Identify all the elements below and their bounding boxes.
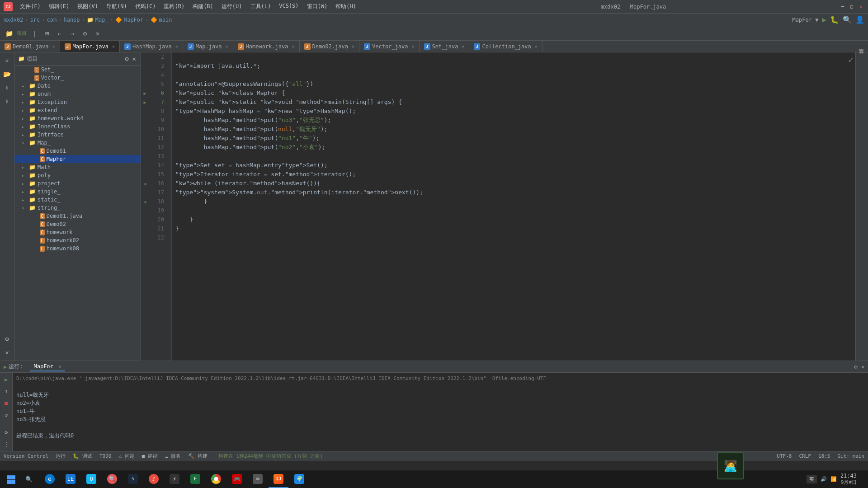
minimize-button[interactable]: ─ <box>839 3 846 10</box>
run-gutter-btn[interactable]: ▶ <box>143 100 146 105</box>
terminal-btn[interactable]: ■ 终结 <box>142 453 158 460</box>
tab-close-btn[interactable]: ✕ <box>112 44 115 49</box>
tab-close-btn[interactable]: ✕ <box>292 44 295 49</box>
menu-item[interactable]: 帮助(H) <box>332 2 360 11</box>
network-icon[interactable]: 📶 <box>830 476 837 482</box>
sidebar-tree-item[interactable]: ▸📁 single_ <box>14 188 141 196</box>
console-stop-btn[interactable]: ■ <box>1 398 11 408</box>
sidebar-tree-item[interactable]: ▸📁 Math <box>14 163 141 171</box>
todo-status-btn[interactable]: TODO <box>99 453 112 459</box>
menu-bar[interactable]: 文件(F)编辑(E)视图(V)导航(N)代码(C)重构(R)构建(B)运行(U)… <box>16 2 428 11</box>
sidebar-tree-item[interactable]: ▸📁 enum_ <box>14 90 141 98</box>
menu-item[interactable]: 工具(L) <box>247 2 275 11</box>
volume-icon[interactable]: 🔊 <box>821 476 827 482</box>
breadcrumb-project[interactable]: mxdx02 <box>4 17 23 23</box>
sidebar-tree-item[interactable]: ▾📁 Map_ <box>14 139 141 147</box>
taskbar-edge[interactable]: e <box>40 471 60 488</box>
menu-item[interactable]: 编辑(E) <box>45 2 73 11</box>
menu-item[interactable]: 视图(V) <box>74 2 102 11</box>
console-more[interactable]: ⋮ <box>1 439 11 449</box>
code-area[interactable]: "kw">import java.util.*; "annotation">@S… <box>172 52 855 361</box>
taskbar-app7[interactable]: E <box>185 471 205 488</box>
input-method[interactable]: 英 <box>807 475 817 483</box>
left-tool-3[interactable]: ⬆ <box>1 81 14 94</box>
sidebar-close[interactable]: ✕ <box>132 54 137 63</box>
close-button[interactable]: ✕ <box>857 3 864 10</box>
sidebar-tree-item[interactable]: C homework <box>14 228 141 236</box>
editor-tab[interactable]: JVector_java✕ <box>359 41 420 52</box>
breadcrumb-main[interactable]: main <box>159 17 172 23</box>
taskbar-ie[interactable]: IE <box>61 471 80 488</box>
taskbar-app10[interactable]: ⌨ <box>248 471 268 488</box>
breadcrumb-src[interactable]: src <box>30 17 40 23</box>
navigate-back[interactable]: ← <box>54 28 65 39</box>
left-tool-6[interactable]: ✕ <box>1 346 14 359</box>
breadcrumb-mapfor2[interactable]: MapFor <box>124 17 143 23</box>
sidebar-tree-item[interactable]: ▸📁 poly <box>14 171 141 179</box>
editor-tab[interactable]: JHomework.java✕ <box>233 41 300 52</box>
run-config-selector[interactable]: MapFor ▼ <box>793 17 819 23</box>
window-controls[interactable]: ─ □ ✕ <box>839 3 864 10</box>
editor-tab[interactable]: JDemo01.java✕ <box>0 41 60 52</box>
editor-tab[interactable]: JCollection_java✕ <box>469 41 542 52</box>
issues-btn[interactable]: ⚠ 问题 <box>118 453 134 460</box>
left-tool-1[interactable]: ≡ <box>1 54 14 67</box>
left-tool-4[interactable]: ⬇ <box>1 95 14 108</box>
editor-tab[interactable]: JMapFor.java✕ <box>60 41 120 52</box>
menu-item[interactable]: 窗口(W) <box>303 2 331 11</box>
navigate-forward[interactable]: → <box>67 28 78 39</box>
start-button[interactable] <box>2 471 20 488</box>
taskbar-app5[interactable]: ♪ <box>144 471 164 488</box>
taskbar-app6[interactable]: ⚡ <box>165 471 184 488</box>
bookmarks-tab[interactable]: 书签 <box>857 54 867 61</box>
build-btn[interactable]: 🔨 构建 <box>188 453 208 460</box>
taskbar-intellij[interactable]: IJ <box>269 471 288 488</box>
menu-item[interactable]: 导航(N) <box>103 2 131 11</box>
sidebar-tree-item[interactable]: ▸📁 homework.work4 <box>14 114 141 122</box>
sidebar-tree-item[interactable]: C Demo01 <box>14 147 141 155</box>
taskbar-app12[interactable]: 🌍 <box>289 471 309 488</box>
user-button[interactable]: 👤 <box>855 15 864 24</box>
tab-close-btn[interactable]: ✕ <box>175 44 178 49</box>
taskbar-chrome[interactable] <box>206 471 226 488</box>
code-editor[interactable]: ▶▶◀◀ 2345678910111213141516171819202122 … <box>141 52 855 361</box>
console-close-btn[interactable]: ✕ <box>861 364 864 370</box>
sidebar-tree-item[interactable]: ▸📁 Intrface <box>14 131 141 139</box>
menu-item[interactable]: VCS(S) <box>275 2 302 11</box>
menu-item[interactable]: 运行(U) <box>218 2 246 11</box>
run-status-btn[interactable]: 运行 <box>56 453 66 460</box>
sidebar-tree-item[interactable]: C Demo02 <box>14 220 141 228</box>
sidebar-tree-item[interactable]: C Demo01.java <box>14 212 141 220</box>
console-settings-btn[interactable]: ⚙ <box>854 364 858 370</box>
menu-item[interactable]: 构建(B) <box>189 2 217 11</box>
console-settings2[interactable]: ⚙ <box>1 427 11 437</box>
search-taskbar[interactable]: 🔍 <box>20 471 38 488</box>
menu-item[interactable]: 重构(R) <box>160 2 188 11</box>
breadcrumb-hansp[interactable]: hansp <box>63 17 80 23</box>
console-run-btn[interactable]: ▶ <box>1 375 11 385</box>
taskbar-steam[interactable]: S <box>123 471 143 488</box>
project-view-btn[interactable]: 项目 <box>16 28 27 39</box>
run-button[interactable]: ▶ <box>822 15 826 24</box>
menu-item[interactable]: 代码(C) <box>132 2 160 11</box>
sidebar-tree-item[interactable]: ▸📁 Exception <box>14 98 141 106</box>
editor-tab[interactable]: JDemo02.java✕ <box>300 41 360 52</box>
search-button[interactable]: 🔍 <box>843 15 852 24</box>
nav-right-tools[interactable]: MapFor ▼ ▶ 🐛 🔍 👤 <box>793 15 864 24</box>
console-controls[interactable]: ⚙ ✕ <box>854 364 864 370</box>
sidebar-tree-item[interactable]: ▸📁 project <box>14 179 141 188</box>
maximize-button[interactable]: □ <box>848 3 855 10</box>
tab-close-btn[interactable]: ✕ <box>352 44 354 49</box>
editor-tab[interactable]: JHashMap.java✕ <box>120 41 183 52</box>
editor-tab[interactable]: JMap.java✕ <box>183 41 233 52</box>
sidebar-tree-item[interactable]: C Set_ <box>14 66 141 74</box>
sidebar-tree-item[interactable]: C homework08 <box>14 244 141 253</box>
clock-area[interactable]: 21:43 9月#日 <box>840 473 857 486</box>
settings-btn[interactable]: ⚙ <box>80 28 90 39</box>
sidebar-tree-item[interactable]: ▾📁 string_ <box>14 204 141 212</box>
menu-item[interactable]: 文件(F) <box>16 2 44 11</box>
sidebar-tree-item[interactable]: ▸📁 Date <box>14 82 141 90</box>
breadcrumb-mapfor[interactable]: Map_ <box>95 17 108 23</box>
console-tab[interactable]: MapFor ✕ <box>30 362 65 371</box>
sidebar-tree-item[interactable]: C MapFor <box>14 155 141 163</box>
